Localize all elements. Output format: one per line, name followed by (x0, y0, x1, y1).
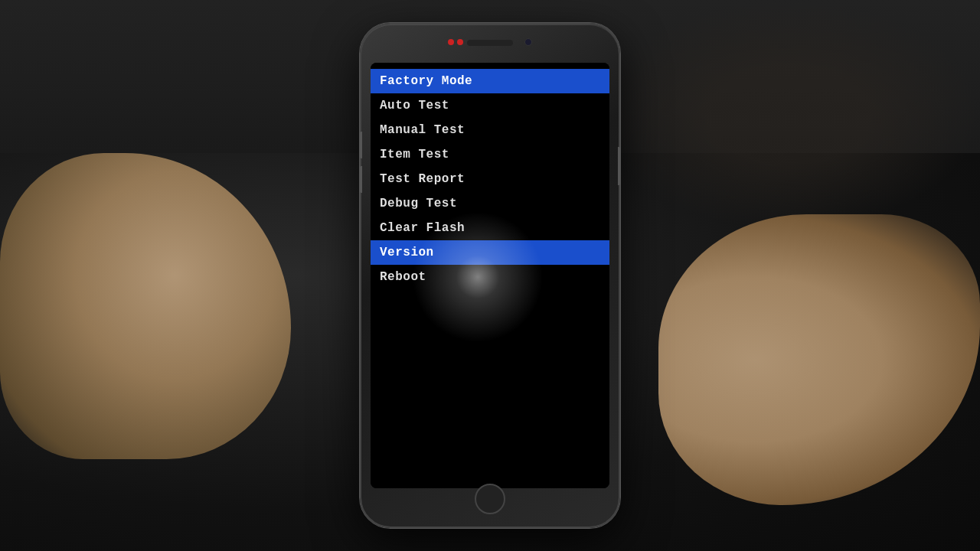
menu-item-factory-mode[interactable]: Factory Mode (371, 69, 609, 93)
phone-speaker (467, 40, 513, 46)
menu-item-manual-test[interactable]: Manual Test (371, 118, 609, 142)
factory-menu-screen: Factory Mode Auto Test Manual Test Item … (371, 63, 609, 488)
menu-item-debug-test[interactable]: Debug Test (371, 191, 609, 216)
phone-container: Factory Mode Auto Test Manual Test Item … (360, 23, 620, 528)
menu-item-reboot[interactable]: Reboot (371, 265, 609, 289)
power-button[interactable] (618, 147, 621, 185)
front-camera (524, 38, 532, 46)
menu-item-version[interactable]: Version (371, 240, 609, 265)
home-button[interactable] (475, 484, 505, 514)
menu-item-auto-test[interactable]: Auto Test (371, 93, 609, 118)
front-camera-indicator (448, 39, 454, 45)
phone-frame: Factory Mode Auto Test Manual Test Item … (360, 23, 620, 528)
menu-item-test-report[interactable]: Test Report (371, 167, 609, 191)
menu-item-clear-flash[interactable]: Clear Flash (371, 216, 609, 240)
scatter-items (597, 0, 980, 230)
volume-up-button[interactable] (359, 132, 362, 158)
menu-item-item-test[interactable]: Item Test (371, 142, 609, 167)
front-camera-indicator-2 (457, 39, 463, 45)
volume-down-button[interactable] (359, 166, 362, 193)
phone-screen: Factory Mode Auto Test Manual Test Item … (371, 63, 609, 488)
